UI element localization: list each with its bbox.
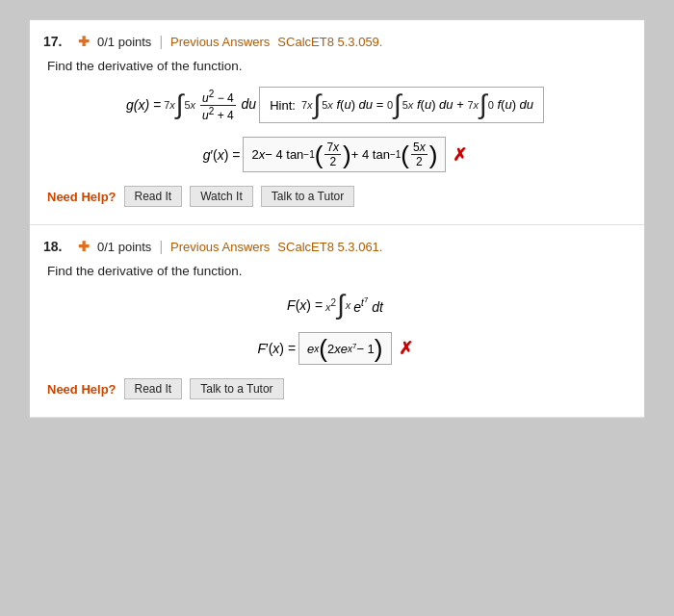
read-it-btn-18[interactable]: Read It <box>124 378 183 399</box>
plus-icon-18: ✚ <box>78 239 90 254</box>
answer-box-17[interactable]: 2x − 4 tan−1( 7x 2 ) + 4 tan−1( 5x 2 ) <box>243 137 446 172</box>
fpx-label: F′(x) = <box>257 341 296 356</box>
talk-tutor-btn-18[interactable]: Talk to a Tutor <box>190 378 283 399</box>
integral-symbol: ∫ <box>176 91 184 118</box>
wrong-mark-18: ✗ <box>399 338 413 359</box>
need-help-17: Need Help? Read It Watch It Talk to a Tu… <box>47 186 627 207</box>
math-display-17-gpx: g′(x) = 2x − 4 tan−1( 7x 2 ) + 4 tan−1( … <box>43 137 627 172</box>
integrand-gx: u2 − 4 u2 + 4 du <box>198 89 256 122</box>
problem-18: 18. ✚ 0/1 points | Previous Answers SCal… <box>30 225 644 418</box>
watch-it-btn-17[interactable]: Watch It <box>190 186 253 207</box>
problem-18-number: 18. <box>43 239 70 254</box>
problem-17-header: 17. ✚ 0/1 points | Previous Answers SCal… <box>43 34 627 49</box>
prev-answers-17: Previous Answers <box>170 35 270 49</box>
separator-17: | <box>159 34 163 49</box>
wrong-mark-17: ✗ <box>453 144 467 166</box>
need-help-label-17: Need Help? <box>47 190 117 204</box>
fx-label: F(x) = <box>287 297 323 313</box>
integral-fx: x2 ∫ x <box>325 292 350 319</box>
source-18: SCalcET8 5.3.061. <box>277 240 382 254</box>
need-help-label-18: Need Help? <box>47 382 117 397</box>
gpx-label: g′(x) = <box>203 147 241 163</box>
math-display-18-fpx: F′(x) = ex ( 2xex7 − 1 ) ✗ <box>43 332 627 365</box>
talk-tutor-btn-17[interactable]: Talk to a Tutor <box>261 186 354 207</box>
math-display-18-fx: F(x) = x2 ∫ x et7 dt <box>43 292 627 319</box>
integral-gx: 7x ∫ 5x <box>164 91 195 118</box>
read-it-btn-17[interactable]: Read It <box>124 186 183 207</box>
math-display-17-gx: g(x) = 7x ∫ 5x u2 − 4 u2 + 4 <box>43 87 627 123</box>
plus-icon-17: ✚ <box>78 34 90 49</box>
prev-answers-18: Previous Answers <box>170 240 270 254</box>
hint-box: Hint: 7x ∫ 5x f(u) du = 0 ∫ 5x <box>259 87 544 123</box>
separator-18: | <box>159 239 163 254</box>
statement-17: Find the derivative of the function. <box>47 59 627 73</box>
answer-box-18[interactable]: ex ( 2xex7 − 1 ) <box>298 332 391 365</box>
gx-label: g(x) = <box>126 97 161 113</box>
problem-17: 17. ✚ 0/1 points | Previous Answers SCal… <box>30 20 644 225</box>
need-help-18: Need Help? Read It Talk to a Tutor <box>47 378 627 399</box>
problem-17-number: 17. <box>43 34 70 49</box>
points-17: 0/1 points <box>97 35 151 49</box>
points-18: 0/1 points <box>97 240 151 254</box>
statement-18: Find the derivative of the function. <box>47 264 627 278</box>
hint-integral: 7x ∫ 5x f(u) du = 0 ∫ 5x f(u) du + 7x <box>301 91 533 118</box>
problem-18-header: 18. ✚ 0/1 points | Previous Answers SCal… <box>43 239 627 254</box>
integrand-fx: et7 dt <box>353 295 383 315</box>
source-17: SCalcET8 5.3.059. <box>277 35 382 49</box>
